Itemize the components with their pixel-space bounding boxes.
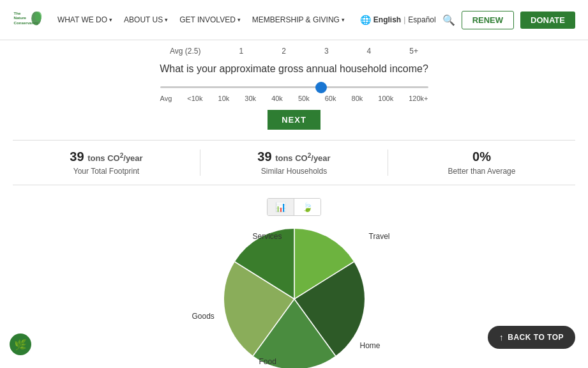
- navigation: The Nature Conservancy WHAT WE DO ▾ ABOU…: [0, 0, 588, 40]
- slider-question: What is your approximate gross annual ho…: [13, 63, 575, 75]
- globe-icon: 🌐: [360, 15, 371, 25]
- pie-chart-toggle[interactable]: 🍃: [294, 199, 320, 215]
- stat-label-3: Better than Average: [388, 167, 575, 176]
- stat-label-1: Your Total Footprint: [13, 167, 200, 176]
- chevron-down-icon: ▾: [237, 17, 241, 23]
- chevron-down-icon: ▾: [109, 17, 112, 23]
- travel-label: Travel: [369, 232, 390, 241]
- arrow-up-icon: ↑: [499, 332, 504, 342]
- stat-value-1: 39: [70, 150, 84, 164]
- logo[interactable]: The Nature Conservancy: [13, 5, 42, 34]
- svg-text:The: The: [14, 11, 21, 15]
- food-label: Food: [259, 357, 276, 366]
- english-lang[interactable]: English: [373, 15, 401, 24]
- nav-actions: 🌐 English | Español 🔍 RENEW DONATE: [360, 11, 575, 29]
- stat-value-3: 0%: [472, 150, 491, 164]
- pie-chart-area: Services Travel Goods Home Food: [192, 229, 396, 368]
- logo-icon: The Nature Conservancy: [13, 5, 42, 34]
- slider-section: Avg (2.5) 1 2 3 4 5+ What is your approx…: [13, 40, 575, 130]
- chevron-down-icon: ▾: [165, 17, 168, 23]
- slider-track: [160, 86, 428, 88]
- bar-chart-toggle[interactable]: 📊: [268, 199, 294, 215]
- stats-bar: 39 tons CO2/year Your Total Footprint 39…: [13, 140, 575, 185]
- next-button[interactable]: NEXT: [268, 110, 320, 130]
- nav-get-involved[interactable]: GET INVOLVED ▾: [179, 15, 241, 24]
- stat-similar-households: 39 tons CO2/year Similar Households: [200, 150, 388, 176]
- nav-about-us[interactable]: ABOUT US ▾: [124, 15, 168, 24]
- goods-label: Goods: [192, 312, 215, 321]
- stat-label-2: Similar Households: [200, 167, 388, 176]
- slider-top-labels: Avg (2.5) 1 2 3 4 5+: [13, 47, 575, 56]
- search-button[interactable]: 🔍: [442, 14, 455, 26]
- nav-links: WHAT WE DO ▾ ABOUT US ▾ GET INVOLVED ▾ M…: [57, 15, 345, 24]
- main-content: Avg (2.5) 1 2 3 4 5+ What is your approx…: [0, 40, 588, 368]
- back-to-top-label: BACK TO TOP: [508, 333, 564, 342]
- nav-what-we-do[interactable]: WHAT WE DO ▾: [57, 15, 112, 24]
- stat-better-than-average: 0% Better than Average: [388, 150, 575, 176]
- svg-text:Nature: Nature: [14, 15, 27, 20]
- spanish-lang[interactable]: Español: [408, 15, 435, 24]
- services-label: Services: [253, 232, 282, 241]
- slider-thumb[interactable]: [315, 82, 327, 93]
- stat-your-footprint: 39 tons CO2/year Your Total Footprint: [13, 150, 200, 176]
- donate-button[interactable]: DONATE: [520, 12, 575, 29]
- stat-value-2: 39: [257, 150, 271, 164]
- back-to-top-button[interactable]: ↑ BACK TO TOP: [488, 326, 575, 349]
- svg-point-4: [35, 12, 42, 21]
- slider-container[interactable]: Avg <10k 10k 30k 40k 50k 60k 80k 100k 12…: [160, 86, 428, 102]
- language-switcher: 🌐 English | Español: [360, 15, 436, 25]
- nav-membership[interactable]: MEMBERSHIP & GIVING ▾: [252, 15, 345, 24]
- pie-chart: [224, 229, 365, 368]
- chart-toggle: 📊 🍃: [267, 198, 321, 216]
- cookie-icon: 🌿: [14, 339, 27, 351]
- slider-labels: Avg <10k 10k 30k 40k 50k 60k 80k 100k 12…: [160, 95, 428, 102]
- cookie-button[interactable]: 🌿: [10, 334, 31, 355]
- chevron-down-icon: ▾: [342, 17, 345, 23]
- renew-button[interactable]: RENEW: [462, 11, 514, 29]
- home-label: Home: [359, 341, 380, 350]
